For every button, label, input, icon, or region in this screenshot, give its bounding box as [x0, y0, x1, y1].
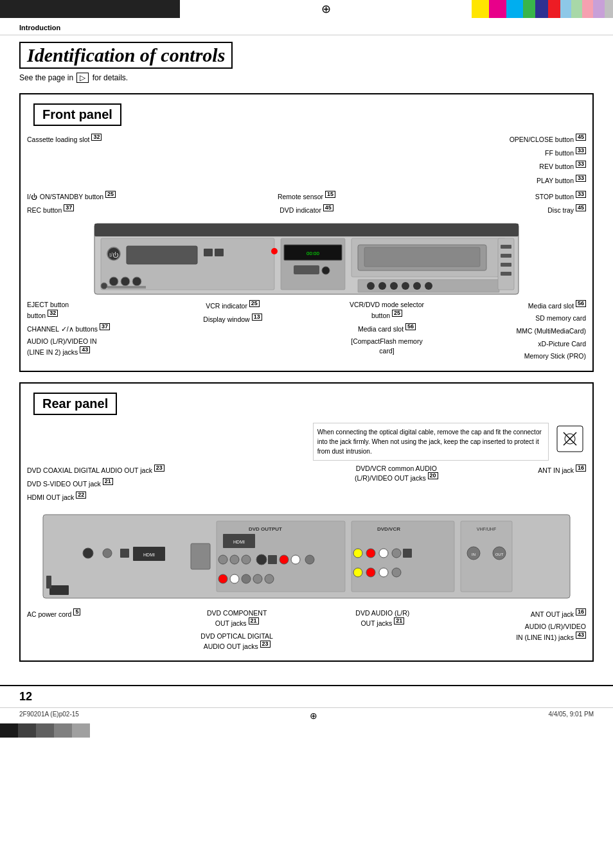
mmc-label: MMC (MultiMediaCard) — [483, 326, 586, 336]
rear-bottom-center-labels: DVD COMPONENT OUT jacks 21 DVD OPTICAL D… — [166, 608, 308, 655]
color-pink — [582, 0, 593, 18]
rear-panel-empty-left — [27, 423, 313, 461]
channel-label: CHANNEL ✓/∧ buttons 37 — [27, 323, 143, 333]
svg-text:HDMI: HDMI — [233, 540, 245, 544]
svg-rect-77 — [120, 549, 129, 558]
cassette-label: Cassette loading slot 32 — [27, 134, 168, 144]
color-ltblue — [560, 0, 571, 18]
media-card-slot1-label: Media card slot 56 — [323, 323, 451, 333]
svg-rect-66 — [403, 549, 412, 558]
top-color-bar: ⊕ — [0, 0, 613, 18]
xd-picture-label: xD-Picture Card — [483, 339, 586, 349]
svg-point-10 — [132, 277, 141, 286]
front-panel-box: Front panel Cassette loading slot 32 OPE… — [19, 93, 594, 372]
color-red — [548, 0, 560, 18]
vcr-indicator-label: VCR indicator 25 — [175, 300, 290, 310]
registration-mark: ⊕ — [321, 2, 331, 16]
svg-point-50 — [305, 555, 314, 564]
bottom-center-labels: VCR indicator 25 Display window 13 — [175, 300, 290, 327]
bottom-stripe-5 — [72, 723, 90, 738]
svg-rect-7 — [215, 249, 224, 256]
audio-lr-video-label: AUDIO (L/R)/VIDEO IN (LINE IN1) jacks 43 — [458, 622, 586, 642]
svg-text:DVD OUTPUT: DVD OUTPUT — [249, 526, 282, 532]
svg-point-52 — [230, 574, 239, 583]
remote-label: Remote sensor 15 DVD indicator 45 — [242, 191, 371, 218]
rev-label: REV button 33 — [342, 161, 586, 171]
svg-point-46 — [256, 554, 267, 565]
dvd-audio-label: DVD AUDIO (L/R) OUT jacks 21 — [318, 608, 447, 628]
rear-panel-title: Rear panel — [33, 393, 117, 415]
svg-rect-74 — [46, 576, 51, 589]
svg-rect-5 — [127, 246, 197, 264]
color-cyan — [506, 0, 524, 18]
svg-point-51 — [218, 574, 227, 583]
svg-point-43 — [218, 555, 227, 564]
dvd-optical-label: DVD OPTICAL DIGITAL AUDIO OUT jacks 23 — [166, 632, 308, 651]
bottom-color-bar — [0, 723, 613, 738]
footer-left: 2F90201A (E)p02-15 — [19, 711, 79, 721]
page-number: 12 — [19, 690, 32, 704]
svg-rect-11 — [107, 286, 146, 288]
dvd-coaxial-label: DVD COAXIAL DIGITAL AUDIO OUT jack 23 — [27, 465, 207, 475]
svg-text:IN: IN — [472, 553, 475, 556]
svg-point-22 — [390, 282, 398, 290]
footer-right: 4/4/05, 9:01 PM — [548, 711, 594, 721]
dvd-svideo-label: DVD S-VIDEO OUT jack 21 — [27, 478, 207, 488]
svg-text:I/⏻: I/⏻ — [109, 252, 119, 258]
color-magenta — [489, 0, 506, 18]
svg-point-61 — [392, 549, 401, 558]
svg-text:OUT: OUT — [495, 553, 504, 556]
page-footer: 12 — [0, 685, 613, 707]
title-text: Identification of controls — [19, 42, 233, 69]
svg-point-44 — [230, 555, 239, 564]
bottom-right-labels: Media card slot 56 SD memory card MMC (M… — [483, 300, 586, 364]
svg-rect-6 — [204, 249, 213, 256]
ac-power-label: AC power cord 5 — [27, 608, 155, 619]
svg-point-32 — [271, 248, 278, 254]
svg-point-62 — [353, 568, 362, 577]
ff-label: FF button 33 — [342, 147, 586, 157]
eject-label: EJECT button button 32 — [27, 300, 143, 320]
rear-panel-box: Rear panel When connecting the optical d… — [19, 382, 594, 662]
rear-bottom-right-labels: ANT OUT jack 16 AUDIO (L/R)/VIDEO IN (LI… — [458, 608, 586, 645]
svg-rect-27 — [501, 245, 511, 249]
svg-point-75 — [83, 548, 93, 558]
rear-panel-note: When connecting the optical digital cabl… — [313, 423, 549, 461]
top-bar-black — [0, 0, 180, 18]
top-bar-colors — [472, 0, 613, 18]
svg-text:VHF/UHF: VHF/UHF — [477, 527, 496, 531]
svg-point-53 — [242, 574, 251, 583]
svg-point-25 — [425, 282, 432, 290]
dvd-component-label: DVD COMPONENT OUT jacks 21 — [166, 608, 308, 628]
front-panel-title: Front panel — [33, 103, 121, 126]
vcr-dvd-mode-label: VCR/DVD mode selector button 25 — [323, 300, 451, 320]
rec-label: REC button 37 — [27, 204, 168, 215]
display-window-label: Display window 13 — [175, 314, 290, 324]
disc-tray-label: Disc tray 45 — [445, 204, 586, 215]
rear-panel-device: DVD OUTPUT HDMI — [37, 508, 576, 605]
section-label: Introduction — [19, 24, 60, 31]
rear-top-right-labels: DVD/VCR common AUDIO (L/R)/VIDEO OUT jac… — [355, 465, 586, 506]
footer-center: ⊕ — [310, 711, 317, 721]
page-title: Identification of controls — [19, 42, 594, 73]
dvd-indicator-label: DVD indicator 45 — [242, 204, 371, 215]
on-standby-label: I/⏻ ON/STANDBY button 25 — [27, 191, 168, 201]
svg-point-9 — [121, 277, 130, 286]
memory-stick-label: Memory Stick (PRO) — [483, 351, 586, 361]
svg-point-8 — [109, 277, 118, 286]
hdmi-label: HDMI OUT jack 22 — [27, 492, 207, 502]
second-left-labels: I/⏻ ON/STANDBY button 25 REC button 37 — [27, 191, 168, 218]
bottom-stripe-white — [90, 723, 613, 738]
svg-point-23 — [402, 282, 409, 290]
play-label: PLAY button 33 — [342, 175, 586, 185]
svg-point-63 — [366, 568, 375, 577]
svg-point-76 — [103, 549, 112, 558]
svg-rect-47 — [268, 555, 277, 564]
svg-rect-80 — [191, 544, 210, 569]
color-ltpurple — [593, 0, 604, 18]
sd-memory-label: SD memory card — [483, 314, 586, 323]
top-left-labels: Cassette loading slot 32 — [27, 134, 168, 147]
color-blue — [535, 0, 547, 18]
vcr-dvd-mode-labels: VCR/DVD mode selector button 25 Media ca… — [323, 300, 451, 359]
svg-point-65 — [392, 568, 401, 577]
